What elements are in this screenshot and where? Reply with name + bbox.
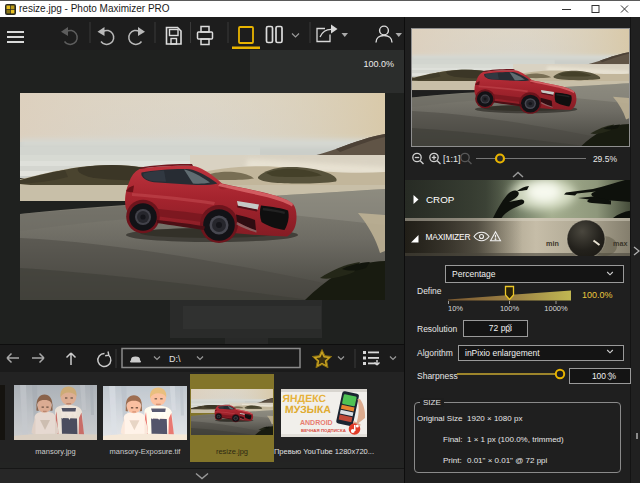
svg-text:CROP: CROP (426, 194, 455, 205)
svg-text:D:\: D:\ (169, 354, 181, 364)
svg-text:[1:1]: [1:1] (443, 154, 461, 164)
svg-text:10%: 10% (448, 304, 463, 313)
svg-text:29.5%: 29.5% (593, 154, 618, 164)
svg-text:1000%: 1000% (544, 304, 568, 313)
svg-text:MAXIMIZER: MAXIMIZER (426, 232, 471, 242)
svg-text:100%: 100% (500, 304, 520, 313)
